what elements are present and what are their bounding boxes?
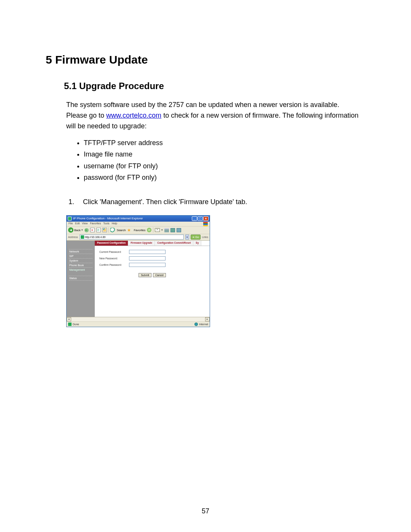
home-button[interactable] xyxy=(102,228,107,232)
step-1: Click 'Management'. Then click 'Firmware… xyxy=(76,197,365,208)
list-item: password (for FTP only) xyxy=(84,172,365,184)
input-new-password[interactable] xyxy=(129,256,166,260)
discuss-icon[interactable] xyxy=(177,228,181,232)
status-bar: Done Internet xyxy=(67,321,210,327)
go-arrow-icon: ➜ xyxy=(192,236,194,239)
menu-view[interactable]: View xyxy=(82,222,88,226)
main-area: Password Configuration Firmware Upgrade … xyxy=(95,241,210,317)
sidebar-item-system[interactable]: System xyxy=(69,258,92,263)
input-confirm-password[interactable] xyxy=(129,263,166,267)
tab-truncated[interactable]: Sy xyxy=(193,241,201,246)
url-text: http://10.168.4.89 xyxy=(85,236,106,238)
back-button[interactable]: ◄ Back ▾ xyxy=(68,227,83,233)
tab-firmware-upgrade[interactable]: Firmware Upgrade xyxy=(128,241,155,246)
page-content: Network SIP System Phone Book Management… xyxy=(67,241,210,317)
print-icon[interactable] xyxy=(164,228,169,232)
cancel-button[interactable]: Cancel xyxy=(153,273,166,277)
forward-button[interactable]: ► xyxy=(84,228,89,232)
upgrade-info-list: TFTP/FTP server address Image file name … xyxy=(84,137,365,184)
titlebar: IP Phone Configuration - Microsoft Inter… xyxy=(67,216,210,222)
search-icon xyxy=(110,228,115,233)
intro-paragraph: The system software used by the 2757 can… xyxy=(66,100,362,132)
sidebar-item-status[interactable]: Status xyxy=(69,276,92,281)
search-button[interactable]: Search xyxy=(117,228,126,232)
back-dropdown-icon: ▾ xyxy=(81,228,83,232)
favorites-button[interactable]: Favorites xyxy=(134,228,145,232)
row-current-password: Current Password: xyxy=(99,250,205,254)
links-label[interactable]: Links xyxy=(202,236,208,238)
section-heading: 5.1 Upgrade Procedure xyxy=(64,81,365,91)
scroll-right-icon[interactable]: ▸ xyxy=(205,317,210,321)
done-icon xyxy=(68,323,72,326)
window-title: IP Phone Configuration - Microsoft Inter… xyxy=(73,217,191,220)
refresh-button[interactable]: ⟳ xyxy=(96,228,101,232)
toolbar-separator xyxy=(153,227,153,233)
sidebar-item-network[interactable]: Network xyxy=(69,249,92,254)
submit-button[interactable]: Submit xyxy=(139,273,151,277)
sidebar-item-sip[interactable]: SIP xyxy=(69,254,92,258)
status-zone-label: Internet xyxy=(199,323,208,326)
edit-icon[interactable] xyxy=(170,228,175,232)
menu-bar: File Edit View Favorites Tools Help xyxy=(67,222,210,227)
input-current-password[interactable] xyxy=(129,250,166,254)
address-label: Address xyxy=(68,236,78,238)
row-new-password: New Password: xyxy=(99,256,205,260)
page-icon xyxy=(81,235,84,239)
go-label: Go xyxy=(195,236,199,238)
scroll-track[interactable] xyxy=(71,317,205,321)
tab-bar: Password Configuration Firmware Upgrade … xyxy=(95,241,210,246)
horizontal-scrollbar[interactable]: ◂ ▸ xyxy=(67,317,210,321)
sidebar-item-phonebook[interactable]: Phone Book xyxy=(69,263,92,267)
label-confirm-password: Confirm Password: xyxy=(99,264,129,266)
list-item: TFTP/FTP server address xyxy=(84,137,365,149)
cortelco-link[interactable]: www.cortelco.com xyxy=(106,112,161,119)
toolbar: ◄ Back ▾ ► ✕ ⟳ Search ★ Favorites ⟳ ▾ xyxy=(67,227,210,234)
menu-edit[interactable]: Edit xyxy=(75,222,80,226)
list-item: username (for FTP only) xyxy=(84,160,365,172)
menu-favorites[interactable]: Favorites xyxy=(90,222,101,226)
label-new-password: New Password: xyxy=(99,257,129,260)
list-item: Image file name xyxy=(84,149,365,160)
page-number: 57 xyxy=(0,507,411,515)
address-dropdown-icon[interactable]: ▾ xyxy=(185,235,189,240)
favorites-star-icon: ★ xyxy=(127,228,132,233)
tab-configuration-commit-reset[interactable]: Configuration Commit/Reset xyxy=(155,241,193,246)
menu-help[interactable]: Help xyxy=(112,222,117,226)
minimize-button[interactable]: _ xyxy=(192,216,197,221)
scroll-left-icon[interactable]: ◂ xyxy=(67,317,71,321)
maximize-button[interactable]: □ xyxy=(198,216,203,221)
procedure-steps: Click 'Management'. Then click 'Firmware… xyxy=(76,197,365,208)
close-button[interactable]: × xyxy=(203,216,209,221)
ie-icon xyxy=(68,217,72,220)
back-arrow-icon: ◄ xyxy=(68,227,73,233)
form-buttons: Submit Cancel xyxy=(99,273,205,277)
internet-zone-icon xyxy=(194,323,198,326)
mail-icon[interactable] xyxy=(155,228,160,232)
sidebar-item-management[interactable]: Management xyxy=(69,267,92,272)
windows-flag-icon xyxy=(203,222,208,226)
chapter-heading: 5 Firmware Update xyxy=(46,53,365,66)
address-bar: Address http://10.168.4.89 ▾ ➜ Go Links xyxy=(67,234,210,241)
menu-file[interactable]: File xyxy=(68,222,73,226)
password-form: Current Password: New Password: Confirm … xyxy=(95,246,210,281)
ie-window-screenshot: IP Phone Configuration - Microsoft Inter… xyxy=(66,215,210,327)
label-current-password: Current Password: xyxy=(99,251,129,253)
toolbar-separator xyxy=(108,227,109,233)
menu-tools[interactable]: Tools xyxy=(103,222,109,226)
document-page: 5 Firmware Update 5.1 Upgrade Procedure … xyxy=(0,0,411,532)
address-input[interactable]: http://10.168.4.89 xyxy=(80,235,184,240)
status-done-label: Done xyxy=(73,323,79,326)
row-confirm-password: Confirm Password: xyxy=(99,263,205,267)
stop-button[interactable]: ✕ xyxy=(90,228,95,232)
tab-password-configuration[interactable]: Password Configuration xyxy=(95,241,128,246)
history-button[interactable]: ⟳ xyxy=(147,228,151,232)
config-sidebar: Network SIP System Phone Book Management… xyxy=(67,241,95,317)
mail-dropdown-icon: ▾ xyxy=(161,228,163,232)
back-label: Back xyxy=(74,228,81,232)
go-button[interactable]: ➜ Go xyxy=(191,235,200,240)
